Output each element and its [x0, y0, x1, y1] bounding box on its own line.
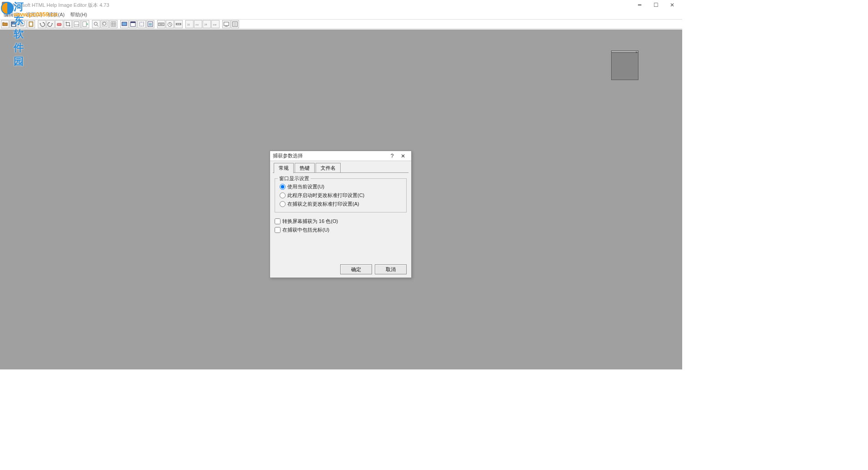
svg-text:16M: 16M [213, 24, 217, 26]
check-16color-label: 转换屏幕捕获为 16 色(O) [282, 218, 338, 225]
svg-text:HTM: HTM [75, 24, 79, 26]
app-window: Microsoft HTML Help Image Editor 版本 4.73… [0, 0, 682, 369]
tb-capture-active-icon[interactable] [146, 20, 154, 28]
tb-keyboard-icon[interactable] [157, 20, 165, 28]
svg-rect-27 [224, 22, 229, 26]
tb-properties-icon[interactable] [231, 20, 239, 28]
tb-zoomfit-icon[interactable] [101, 20, 109, 28]
ok-button[interactable]: 确定 [340, 264, 372, 274]
radio-change-before-capture[interactable]: 在捕获之前更改标准打印设置(A) [280, 200, 402, 208]
dialog-titlebar[interactable]: 捕获参数选择 ? ✕ [270, 151, 411, 161]
close-button[interactable]: ✕ [664, 0, 680, 10]
svg-rect-9 [83, 22, 87, 27]
radio-change-on-start[interactable]: 此程序启动时更改标准打印设置(C) [280, 191, 402, 200]
window-title: Microsoft HTML Help Image Editor 版本 4.73 [10, 2, 631, 9]
tb-capture-window-icon[interactable] [129, 20, 137, 28]
tb-showgrid-icon[interactable] [109, 20, 117, 28]
svg-rect-12 [102, 22, 107, 27]
minimize-button[interactable]: ━ [631, 0, 648, 10]
menu-view[interactable]: 视图(V) [23, 10, 46, 19]
titlebar: Microsoft HTML Help Image Editor 版本 4.73… [0, 0, 682, 10]
menu-help[interactable]: 帮助(H) [67, 10, 90, 19]
svg-rect-6 [57, 23, 61, 25]
tab-general[interactable]: 常规 [274, 163, 294, 173]
check-include-cursor-label: 在捕获中包括光标(U) [282, 227, 329, 233]
dialog-title: 捕获参数选择 [273, 152, 387, 159]
svg-rect-16 [131, 22, 136, 23]
dialog-button-row: 确定 取消 [270, 261, 411, 278]
tab-hotkey[interactable]: 热键 [295, 163, 315, 173]
svg-rect-5 [30, 23, 32, 26]
tb-open-icon[interactable] [1, 20, 9, 28]
tb-zoom-icon[interactable] [92, 20, 100, 28]
check-include-cursor-input[interactable] [275, 227, 281, 233]
menubar: 编辑(E) 视图(V) 捕获(A) 帮助(H) [0, 10, 682, 19]
svg-point-10 [94, 22, 97, 25]
radio-use-current-input[interactable] [280, 184, 286, 190]
tb-capture-screen-icon[interactable] [120, 20, 128, 28]
tb-align16-icon[interactable]: 16 [185, 20, 194, 28]
app-icon [2, 2, 8, 8]
tb-export-icon[interactable] [81, 20, 89, 28]
thumbnail-close-icon[interactable]: ✕ [635, 51, 638, 54]
svg-rect-1 [12, 25, 15, 26]
dialog-help-button[interactable]: ? [387, 152, 398, 160]
tb-eraser-icon[interactable] [55, 20, 63, 28]
tb-copy-icon[interactable] [18, 20, 26, 28]
dialog-tabstrip: 常规 热键 文件名 [270, 163, 411, 173]
radio-change-on-start-input[interactable] [280, 192, 286, 198]
tab-filename[interactable]: 文件名 [316, 163, 341, 173]
maximize-button[interactable]: ☐ [648, 0, 664, 10]
tb-timer-icon[interactable] [166, 20, 174, 28]
tb-html-icon[interactable]: HTM [72, 20, 81, 28]
tb-preview-icon[interactable] [222, 20, 230, 28]
thumbnail-panel[interactable]: ✕ [611, 51, 638, 80]
toolbar: HTM 16 256 24 16M [0, 19, 682, 29]
tb-settings-icon[interactable] [174, 20, 183, 28]
radio-change-before-capture-label: 在捕获之前更改标准打印设置(A) [287, 201, 359, 207]
menu-edit[interactable]: 编辑(E) [1, 10, 23, 19]
svg-rect-14 [122, 22, 127, 26]
radio-use-current[interactable]: 使用当前设置(U) [280, 182, 402, 191]
tb-capture-region-icon[interactable] [138, 20, 146, 28]
svg-text:16: 16 [187, 23, 190, 26]
check-16color[interactable]: 转换屏幕捕获为 16 色(O) [275, 217, 407, 226]
workspace: ✕ 捕获参数选择 ? ✕ 常规 热键 文件名 窗口显示设置 使用当前设 [0, 29, 682, 369]
cancel-button[interactable]: 取消 [375, 264, 407, 274]
radio-use-current-label: 使用当前设置(U) [287, 183, 324, 190]
tb-paste-icon[interactable] [27, 20, 35, 28]
menu-capture[interactable]: 捕获(A) [45, 10, 67, 19]
tab-general-body: 窗口显示设置 使用当前设置(U) 此程序启动时更改标准打印设置(C) 在捕获之前… [270, 173, 411, 261]
check-include-cursor[interactable]: 在捕获中包括光标(U) [275, 226, 407, 234]
tb-align16m-icon[interactable]: 16M [211, 20, 220, 28]
svg-rect-28 [225, 26, 227, 26]
radio-change-on-start-label: 此程序启动时更改标准打印设置(C) [287, 192, 364, 199]
svg-text:256: 256 [195, 24, 199, 26]
capture-options-dialog: 捕获参数选择 ? ✕ 常规 热键 文件名 窗口显示设置 使用当前设置(U) [270, 151, 412, 278]
tb-align256-icon[interactable]: 256 [194, 20, 202, 28]
radio-change-before-capture-input[interactable] [280, 201, 286, 207]
dialog-close-button[interactable]: ✕ [398, 152, 408, 160]
check-16color-input[interactable] [275, 218, 281, 224]
tb-save-icon[interactable] [10, 20, 18, 28]
tb-undo-icon[interactable] [38, 20, 46, 28]
tb-crop-icon[interactable] [64, 20, 72, 28]
thumbnail-titlebar[interactable]: ✕ [612, 51, 638, 53]
svg-rect-13 [111, 22, 116, 27]
window-display-group: 窗口显示设置 使用当前设置(U) 此程序启动时更改标准打印设置(C) 在捕获之前… [275, 178, 407, 212]
svg-text:24: 24 [204, 23, 207, 26]
svg-point-11 [103, 22, 106, 25]
group-legend: 窗口显示设置 [278, 175, 311, 182]
svg-rect-19 [149, 23, 152, 25]
svg-rect-17 [140, 22, 144, 26]
svg-rect-3 [21, 21, 24, 25]
tb-align24-icon[interactable]: 24 [203, 20, 211, 28]
tb-redo-icon[interactable] [46, 20, 55, 28]
